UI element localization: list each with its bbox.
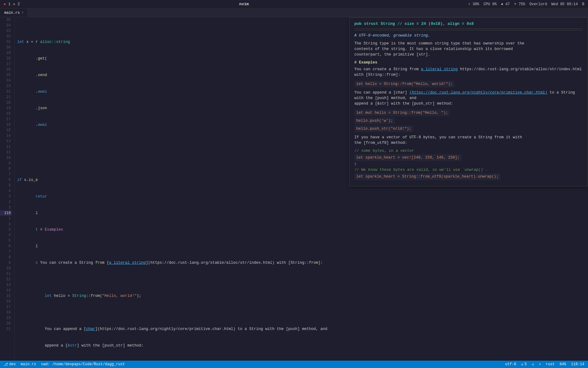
- tab-main-rs[interactable]: main.rs ×: [0, 9, 28, 17]
- line-num-12: 12: [0, 144, 12, 150]
- line-num-b7: 7: [0, 249, 12, 255]
- line-num-19: 19: [0, 105, 12, 111]
- mem-status: ● 47: [501, 2, 510, 6]
- statusbar-left: ⎇ dev main.rs cwd: /home/devpaps/Code/Ru…: [4, 362, 125, 367]
- line-num-20: 20: [0, 100, 12, 105]
- hover-doc-code1: let hello = String::from("Hello, world!"…: [354, 81, 454, 87]
- line-num-b20: 20: [0, 321, 12, 326]
- line-num-b11: 11: [0, 271, 12, 277]
- line-num-b1: 1: [0, 216, 12, 221]
- line-num-11: 11: [0, 150, 12, 155]
- hover-doc-link2[interactable]: (https://doc.rust-lang.org/nightly/core/…: [409, 90, 547, 95]
- line-num-25: 25: [0, 72, 12, 78]
- git-diff-icon: ◇: [521, 362, 523, 367]
- line-num-3: 3: [0, 194, 12, 199]
- line-num-b10: 10: [0, 266, 12, 271]
- line-num-6: 6: [0, 177, 12, 183]
- line-num-22: 22: [0, 89, 12, 94]
- encoding-value: utf-8: [505, 362, 516, 366]
- line-num-b12: 12: [0, 277, 12, 282]
- statusbar-encoding: utf-8: [505, 362, 516, 366]
- code-line-17: [17, 359, 586, 361]
- statusbar-cursor-pos: 118:14: [571, 362, 584, 366]
- tabbar: main.rs ×: [0, 9, 588, 17]
- line-num-10: 10: [0, 155, 12, 161]
- line-num-16: 16: [0, 122, 12, 128]
- line-num-35: 35: [0, 17, 12, 23]
- hover-doc-popup: pub struct String // size = 24 (0x18), a…: [349, 17, 588, 186]
- line-num-b14: 14: [0, 288, 12, 293]
- line-num-24: 24: [0, 78, 12, 83]
- line-num-4: 4: [0, 188, 12, 194]
- hover-doc-code2a: let mut hello = String::from("Hello, ");: [354, 109, 450, 116]
- hover-doc-code2b: hello.push('w');: [354, 117, 395, 124]
- line-num-26: 26: [0, 67, 12, 72]
- line-num-28: 28: [0, 56, 12, 61]
- line-num-b2: 2: [0, 221, 12, 227]
- hover-doc-code3a: let sparkle_heart = vec![240, 159, 146, …: [354, 154, 462, 161]
- statusbar: ⎇ dev main.rs cwd: /home/devpaps/Code/Ru…: [0, 361, 588, 368]
- line-num-29: 29: [0, 50, 12, 56]
- hover-doc-t: t: [354, 162, 357, 167]
- topbar-title: nvim: [239, 2, 249, 6]
- line-num-27: 27: [0, 61, 12, 67]
- line-num-7: 7: [0, 172, 12, 177]
- code-line-23: c You can create a String from [a_litera…: [17, 260, 586, 266]
- line-num-34: 34: [0, 23, 12, 28]
- line-num-b21: 21: [0, 326, 12, 332]
- code-line-26: l: [17, 210, 586, 216]
- statusbar-branch[interactable]: ⎇ dev: [4, 362, 16, 367]
- line-num-b8: 8: [0, 255, 12, 260]
- hover-doc-example3-text: If you have a vector of UTF-8 bytes, you…: [354, 135, 583, 146]
- file-name: main.rs: [21, 362, 36, 366]
- network-name: Overlord: [530, 2, 547, 6]
- line-num-b4: 4: [0, 232, 12, 238]
- workspace-1-icon[interactable]: ●: [4, 2, 6, 6]
- statusbar-git-ahead: ◁: [532, 362, 534, 367]
- tab-label: main.rs: [4, 11, 20, 15]
- percent-value: 84%: [560, 362, 566, 366]
- hover-doc-code3b: let sparkle_heart = String::from_utf8(sp…: [354, 173, 500, 180]
- topbar-right: ⚡ 30% CPU 0% ● 47 ☀ 75% Overlord Wed 05 …: [468, 2, 584, 6]
- hover-doc-body: The String type is the most common strin…: [354, 41, 583, 57]
- workspace-2-icon[interactable]: ●: [13, 2, 15, 6]
- hover-doc-example2-text: You can append a [char] (https://doc.rus…: [354, 90, 583, 106]
- line-num-b16: 16: [0, 299, 12, 304]
- cwd-label: cwd: /home/devpaps/Code/Rust/dagg_rust: [41, 362, 125, 366]
- line-num-32: 32: [0, 34, 12, 39]
- datetime: Wed 05 09:14: [551, 2, 578, 6]
- statusbar-lang: rust: [546, 362, 555, 366]
- line-num-23: 23: [0, 83, 12, 89]
- dot-indicator: ●: [539, 362, 541, 366]
- line-num-13: 13: [0, 139, 12, 144]
- line-num-b13: 13: [0, 282, 12, 288]
- hover-doc-example1-text: You can create a String from a_literal_s…: [354, 67, 583, 78]
- workspace-1-label[interactable]: 1: [8, 2, 10, 6]
- line-num-b18: 18: [0, 310, 12, 315]
- hover-doc-code2c: hello.push_str("orld!");: [354, 125, 413, 132]
- hover-doc-title: pub struct String // size = 24 (0x18), a…: [354, 21, 583, 29]
- line-num-14: 14: [0, 133, 12, 139]
- line-num-21: 21: [0, 94, 12, 100]
- workspace-2-label[interactable]: 2: [18, 2, 20, 6]
- code-line-21: let hello = String::from("Hello, world!"…: [17, 293, 586, 299]
- line-num-b5: 5: [0, 238, 12, 243]
- topbar-left: ● 1 ● 2: [4, 2, 20, 6]
- tab-close-button[interactable]: ×: [21, 11, 23, 14]
- line-num-8: 8: [0, 166, 12, 172]
- statusbar-percent: 84%: [560, 362, 566, 366]
- branch-name: dev: [9, 362, 16, 366]
- brightness-status: ☀ 75%: [514, 2, 525, 6]
- statusbar-right: utf-8 ◇ 5 ◁ ● rust 84% 118:14: [505, 362, 584, 367]
- hover-doc-link1[interactable]: a_literal_string: [421, 67, 458, 71]
- code-line-19: You can append a [char](https://doc.rust…: [17, 326, 586, 332]
- line-num-b9: 9: [0, 260, 12, 266]
- cursor-position: 118:14: [571, 362, 584, 366]
- code-line-27: retur: [17, 194, 586, 199]
- git-ahead-icon: ◁: [532, 362, 534, 367]
- line-num-5: 5: [0, 183, 12, 188]
- statusbar-cwd: cwd: /home/devpaps/Code/Rust/dagg_rust: [41, 362, 125, 366]
- code-line-20: [17, 310, 586, 315]
- statusbar-file: main.rs: [21, 362, 36, 366]
- cpu-status: CPU 0%: [484, 2, 497, 6]
